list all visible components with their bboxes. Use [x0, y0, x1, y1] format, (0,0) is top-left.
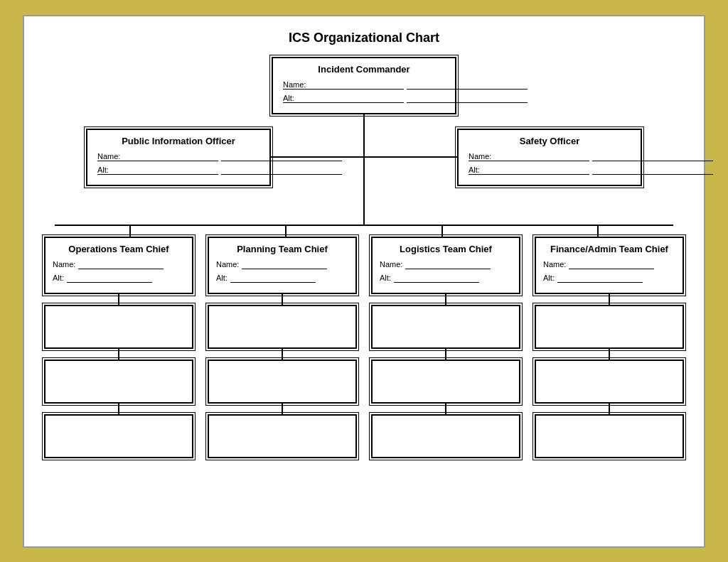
pio-name-label: Name: — [97, 152, 218, 161]
safety-box: Safety Officer Name: Alt: — [457, 129, 642, 186]
plan-sub1 — [208, 305, 357, 349]
pio-name-field: Name: — [95, 152, 262, 161]
incident-commander-title: Incident Commander — [280, 64, 448, 75]
page: ICS Organizational Chart Incident Comman… — [23, 15, 705, 548]
safety-name-line — [592, 152, 713, 161]
ops-v3 — [118, 404, 119, 414]
plan-sub2 — [208, 360, 357, 404]
ic-v-line — [363, 114, 365, 129]
ic-name-label: Name: — [283, 80, 404, 90]
org-chart: Incident Commander Name: Alt: Public Inf… — [46, 57, 682, 458]
safety-alt-line — [592, 166, 713, 175]
ops-name-line — [78, 260, 164, 269]
pio-title: Public Information Officer — [95, 136, 262, 146]
ops-sub2 — [44, 360, 193, 404]
plan-v2 — [282, 349, 283, 360]
safety-title: Safety Officer — [466, 136, 633, 146]
ops-v1 — [118, 294, 119, 305]
ops-name-field: Name: — [53, 260, 185, 269]
safety-alt-field: Alt: — [466, 166, 633, 175]
pio-alt-line — [221, 166, 342, 175]
pio-h-connector: Public Information Officer Name: Alt: — [86, 129, 363, 186]
chief-drop-3 — [441, 226, 443, 237]
incident-commander-alt-field: Alt: — [280, 94, 448, 103]
logistics-chief-box: Logistics Team Chief Name: Alt: — [371, 237, 520, 294]
chief-drop-1 — [129, 226, 131, 237]
safety-name-label: Name: — [469, 152, 589, 161]
log-name-line — [405, 260, 491, 269]
chief-drop-4 — [597, 226, 599, 237]
safety-alt-label: Alt: — [469, 166, 589, 175]
plan-v3 — [282, 404, 283, 414]
chiefs-row: Operations Team Chief Name: Alt: Plannin… — [44, 237, 684, 458]
fin-name-field: Name: — [543, 260, 675, 269]
fin-v3 — [609, 404, 610, 414]
ic-alt-line — [407, 94, 528, 103]
finance-chief-box: Finance/Admin Team Chief Name: Alt: — [535, 237, 684, 294]
pio-name-line — [221, 152, 342, 161]
fin-sub1 — [535, 305, 684, 349]
ic-alt-label: Alt: — [283, 94, 404, 103]
finance-column: Finance/Admin Team Chief Name: Alt: — [535, 237, 684, 458]
chart-title: ICS Organizational Chart — [46, 31, 682, 45]
fin-sub2 — [535, 360, 684, 404]
safety-name-field: Name: — [466, 152, 633, 161]
pio-box: Public Information Officer Name: Alt: — [86, 129, 271, 186]
log-v1 — [445, 294, 446, 305]
planning-column: Planning Team Chief Name: Alt: — [208, 237, 357, 458]
log-alt-line — [394, 274, 479, 283]
pio-alt-label: Alt: — [97, 166, 218, 175]
plan-v1 — [282, 294, 283, 305]
pio-connector: Public Information Officer Name: Alt: — [86, 129, 363, 186]
fin-alt-line — [557, 274, 643, 283]
fin-v2 — [609, 349, 610, 360]
chiefs-drops — [55, 226, 673, 237]
logistics-chief-title: Logistics Team Chief — [380, 244, 512, 254]
logistics-column: Logistics Team Chief Name: Alt: — [371, 237, 520, 458]
log-sub1 — [371, 305, 520, 349]
finance-chief-title: Finance/Admin Team Chief — [543, 244, 675, 254]
log-sub3 — [371, 414, 520, 458]
operations-chief-title: Operations Team Chief — [53, 244, 185, 254]
plan-alt-line — [230, 274, 316, 283]
operations-column: Operations Team Chief Name: Alt: — [44, 237, 193, 458]
log-alt-field: Alt: — [380, 274, 512, 283]
safety-connector: Safety Officer Name: Alt: — [365, 129, 642, 186]
log-v2 — [445, 349, 446, 360]
ic-name-line — [407, 80, 528, 90]
pio-alt-field: Alt: — [95, 166, 262, 175]
chiefs-connector — [55, 214, 673, 237]
plan-alt-field: Alt: — [216, 274, 348, 283]
plan-name-line — [242, 260, 327, 269]
incident-commander-wrap: Incident Commander Name: Alt: — [272, 57, 456, 129]
ops-sub1 — [44, 305, 193, 349]
log-sub2 — [371, 360, 520, 404]
fin-v1 — [609, 294, 610, 305]
planning-chief-box: Planning Team Chief Name: Alt: — [208, 237, 357, 294]
ops-v2 — [118, 349, 119, 360]
operations-chief-box: Operations Team Chief Name: Alt: — [44, 237, 193, 294]
planning-chief-title: Planning Team Chief — [216, 244, 348, 254]
incident-commander-name-field: Name: — [280, 80, 448, 90]
safety-h-line — [365, 156, 457, 158]
ops-alt-line — [67, 274, 152, 283]
row2-container: Public Information Officer Name: Alt: — [44, 129, 684, 214]
fin-name-line — [569, 260, 654, 269]
chiefs-top-v — [363, 214, 365, 225]
fin-sub3 — [535, 414, 684, 458]
ops-alt-field: Alt: — [53, 274, 185, 283]
fin-alt-field: Alt: — [543, 274, 675, 283]
incident-commander-box: Incident Commander Name: Alt: — [272, 57, 456, 114]
log-name-field: Name: — [380, 260, 512, 269]
chief-drop-2 — [285, 226, 287, 237]
plan-sub3 — [208, 414, 357, 458]
plan-name-field: Name: — [216, 260, 348, 269]
log-v3 — [445, 404, 446, 414]
ops-sub3 — [44, 414, 193, 458]
